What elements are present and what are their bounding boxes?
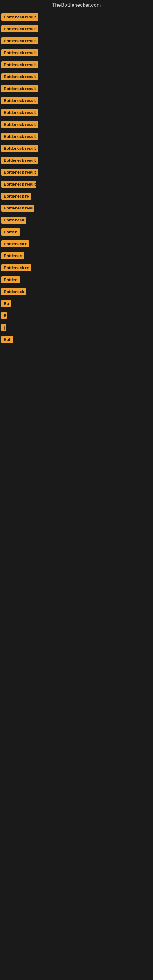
bottleneck-item-25: Bo (1, 298, 153, 310)
bottleneck-item-10: Bottleneck result (1, 119, 153, 131)
bottleneck-badge: Bottleneck resul (1, 205, 34, 212)
bottleneck-item-26: B (1, 310, 153, 322)
bottleneck-badge: Bottleneck result (1, 133, 38, 140)
bottleneck-item-3: Bottleneck result (1, 35, 153, 48)
bottleneck-item-8: Bottleneck result (1, 95, 153, 107)
bottleneck-badge: Bottleneck result (1, 61, 38, 68)
bottleneck-item-15: Bottleneck result (1, 179, 153, 191)
bottleneck-item-6: Bottleneck result (1, 72, 153, 83)
bottleneck-item-2: Bottleneck result (1, 24, 153, 35)
bottleneck-badge: Bottleneck result (1, 85, 38, 92)
bottleneck-item-19: Bottlen (1, 227, 153, 239)
bottleneck-badge: Bo (1, 300, 11, 307)
bottleneck-badge: Bot (1, 336, 13, 343)
bottleneck-badge: Bottleneck result (1, 13, 38, 21)
bottleneck-item-17: Bottleneck resul (1, 203, 153, 215)
bottleneck-badge: Bottlen (1, 276, 20, 283)
bottleneck-item-13: Bottleneck result (1, 155, 153, 167)
bottleneck-badge: Bottleneck result (1, 97, 38, 104)
bottleneck-badge: | (1, 324, 6, 331)
bottleneck-badge: Bottleneck result (1, 169, 38, 176)
bottleneck-item-16: Bottleneck re (1, 191, 153, 203)
bottleneck-badge: Bottleneck result (1, 109, 38, 116)
bottleneck-item-18: Bottleneck (1, 215, 153, 227)
bottleneck-item-12: Bottleneck result (1, 143, 153, 155)
page-container: TheBottlenecker.com Bottleneck resultBot… (0, 0, 153, 980)
bottleneck-badge: Bottleneck r (1, 240, 29, 247)
bottleneck-badge: Bottleneck result (1, 181, 37, 188)
bottleneck-item-11: Bottleneck result (1, 131, 153, 143)
bottleneck-item-14: Bottleneck result (1, 167, 153, 179)
bottleneck-item-23: Bottlen (1, 274, 153, 286)
bottleneck-badge: Bottleneck result (1, 37, 38, 45)
bottleneck-badge: Bottleneck result (1, 121, 38, 128)
bottleneck-badge: Bottleneck re (1, 264, 31, 271)
bottleneck-item-20: Bottleneck r (1, 239, 153, 250)
bottleneck-item-24: Bottleneck (1, 286, 153, 298)
bottleneck-badge: Bottleneck result (1, 49, 38, 56)
items-container: Bottleneck resultBottleneck resultBottle… (0, 12, 153, 346)
bottleneck-badge: Bottlenec (1, 252, 24, 259)
bottleneck-badge: B (1, 312, 7, 319)
bottleneck-item-22: Bottleneck re (1, 262, 153, 274)
bottleneck-badge: Bottleneck result (1, 145, 38, 152)
bottleneck-badge: Bottleneck (1, 216, 26, 224)
bottleneck-badge: Bottleneck (1, 288, 26, 295)
bottleneck-badge: Bottleneck re (1, 192, 31, 200)
bottleneck-badge: Bottleneck result (1, 25, 38, 32)
site-title: TheBottlenecker.com (0, 0, 153, 12)
bottleneck-badge: Bottleneck result (1, 73, 38, 80)
bottleneck-item-1: Bottleneck result (1, 12, 153, 24)
bottleneck-item-28: Bot (1, 334, 153, 346)
bottleneck-badge: Bottleneck result (1, 157, 38, 164)
bottleneck-item-4: Bottleneck result (1, 48, 153, 59)
bottleneck-item-5: Bottleneck result (1, 59, 153, 72)
bottleneck-item-27: | (1, 322, 153, 334)
bottleneck-badge: Bottlen (1, 229, 20, 235)
bottleneck-item-7: Bottleneck result (1, 83, 153, 95)
bottleneck-item-21: Bottlenec (1, 250, 153, 262)
bottleneck-item-9: Bottleneck result (1, 107, 153, 119)
